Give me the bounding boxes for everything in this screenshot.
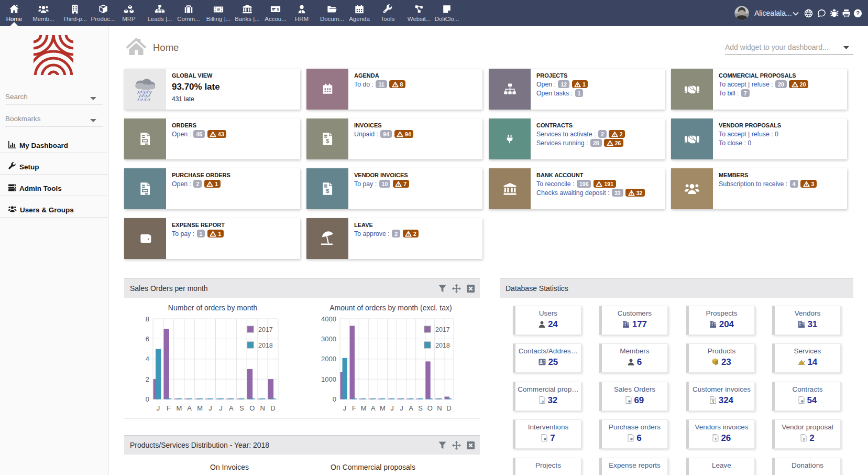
svg-text:2018: 2018	[258, 342, 273, 349]
svg-text:F: F	[167, 404, 171, 412]
svg-text:4: 4	[146, 355, 149, 363]
svg-text:4000: 4000	[321, 315, 336, 323]
svg-text:J: J	[390, 404, 394, 412]
svg-text:N: N	[437, 404, 442, 412]
svg-text:2017: 2017	[258, 326, 273, 333]
svg-text:0: 0	[333, 395, 336, 403]
svg-text:3000: 3000	[321, 335, 336, 343]
svg-text:0: 0	[146, 395, 149, 403]
svg-text:S: S	[239, 404, 244, 412]
svg-text:€: €	[712, 400, 715, 403]
svg-text:M: M	[197, 404, 203, 412]
svg-text:€: €	[715, 437, 717, 441]
svg-text:Number of orders by month: Number of orders by month	[168, 304, 257, 312]
svg-text:6: 6	[146, 335, 149, 343]
svg-text:J: J	[208, 404, 212, 412]
svg-text:A: A	[187, 404, 192, 412]
svg-text:J: J	[400, 404, 403, 412]
svg-text:A: A	[409, 404, 413, 412]
svg-text:1000: 1000	[321, 375, 336, 383]
svg-text:J: J	[219, 404, 223, 412]
svg-text:2: 2	[146, 375, 149, 383]
svg-text:J: J	[157, 404, 160, 412]
svg-text:A: A	[229, 404, 234, 412]
svg-text:F: F	[352, 404, 356, 412]
svg-text:S: S	[418, 404, 423, 412]
svg-text:A: A	[371, 404, 376, 412]
svg-text:2018: 2018	[435, 342, 450, 349]
svg-text:D: D	[446, 404, 451, 412]
svg-text:O: O	[427, 404, 433, 412]
svg-text:M: M	[176, 404, 182, 412]
svg-text:O: O	[249, 404, 255, 412]
svg-text:p: p	[542, 399, 544, 403]
svg-text:D: D	[270, 404, 275, 412]
svg-text:Amount of orders by month (exc: Amount of orders by month (excl. tax)	[329, 304, 452, 312]
svg-text:2017: 2017	[435, 326, 450, 333]
svg-text:M: M	[380, 404, 386, 412]
svg-text:J: J	[343, 404, 347, 412]
svg-text:p: p	[803, 437, 805, 441]
svg-text:8: 8	[146, 315, 149, 323]
svg-text:M: M	[361, 404, 367, 412]
svg-text:2000: 2000	[321, 355, 336, 363]
svg-text:N: N	[260, 404, 265, 412]
